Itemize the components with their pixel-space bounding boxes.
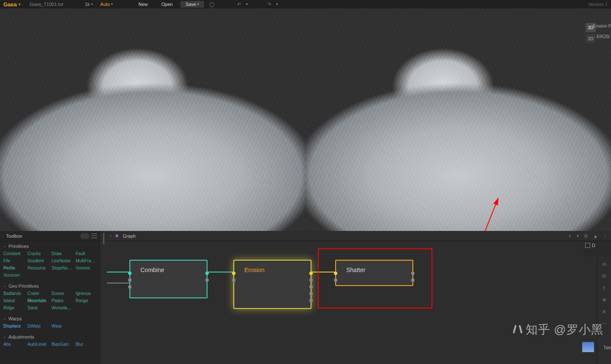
node-warp[interactable]: Warp [50,323,74,329]
node-voronoi-plus[interactable]: Voronoi+ [2,272,26,278]
brand-menu[interactable]: Gaea ▾ [3,1,20,8]
port-out[interactable] [309,299,313,302]
node-abs[interactable]: Abs [2,341,26,347]
resolution-selector[interactable]: 1k ▾ [82,1,95,8]
chevron-down-icon: ▾ [246,3,248,6]
top-toolbar: Gaea ▾ Gaea_T1001.tor 1k ▾ Auto ▾ New Op… [0,0,611,8]
port-in[interactable] [128,285,132,289]
redo-icon[interactable]: ⟳ [602,273,606,279]
redo-button[interactable]: ↷ [264,1,275,8]
target-icon[interactable]: ◎ [584,233,588,239]
node-slopenoise[interactable]: SlopeNoise [50,265,74,271]
chevron-left-icon[interactable]: ‹ [3,234,3,237]
filename-label: Gaea_T1001.tor [30,2,64,7]
chevron-down-icon: ▾ [19,3,20,6]
chevron-left-icon[interactable]: ‹ [110,234,111,237]
node-dunes[interactable]: Dunes [50,290,74,297]
node-dwarp[interactable]: DWarp [26,323,50,329]
viewport-right[interactable] [306,8,611,231]
node-worselands[interactable]: Worselands [50,305,74,311]
node-sand[interactable]: Sand [26,305,50,311]
section-geo-primitives[interactable]: ⌄ Geo Primitives [0,281,100,290]
toolbox-toggle[interactable] [80,233,90,239]
graph-canvas[interactable]: Combine Erosion Shatter [107,241,597,364]
node-island[interactable]: Island [2,297,26,304]
node-autolevel[interactable]: AutoLevel [26,341,50,347]
more-icon[interactable]: ⋯ [602,321,607,327]
inspector-section-header[interactable]: ⌄ EROSI [593,34,610,39]
port-out[interactable] [411,278,415,282]
port-in[interactable] [232,278,235,282]
node-ridge[interactable]: Ridge [2,305,26,311]
node-cracks[interactable]: Cracks [26,250,50,257]
settings-icon[interactable]: ◯ [206,1,218,8]
port-out[interactable] [309,292,313,295]
new-button[interactable]: New [132,1,154,8]
toolbox-panel: ‹ Toolbox ⌄ Primitives Constant Cracks D… [0,231,100,364]
port-out[interactable] [309,272,313,275]
node-resource[interactable]: Resource [26,265,50,271]
node-fault[interactable]: Fault [74,250,98,257]
section-warps[interactable]: ⌄ Warps [0,314,100,323]
port-in[interactable] [334,272,337,275]
menu-icon[interactable]: ⋮ [603,233,608,239]
open-button[interactable]: Open [155,1,179,8]
inspector-title: Erosion Pr [593,24,610,28]
add-node-icon[interactable]: ＋ [567,233,572,239]
node-biasgain[interactable]: BiasGain [50,341,74,347]
wire [107,283,130,283]
node-draw[interactable]: Draw [50,250,74,257]
checkbox-option-2[interactable] [585,243,590,248]
gear-icon[interactable]: ✲ [602,297,606,303]
port-in[interactable] [128,272,132,275]
node-linenoise[interactable]: LineNoise [50,258,74,264]
chevron-down-icon: ⌄ [3,317,6,320]
graph-panel: ‹ Graph ＋ ▾ ◎ ▲ ⋮ Combine [100,231,611,364]
save-button[interactable]: Save ▾ [180,1,204,8]
list-view-icon[interactable] [91,233,97,239]
export-icon[interactable]: ⇪ [602,285,606,291]
brand-label: Gaea [3,1,17,8]
graph-node-erosion[interactable]: Erosion [233,260,311,309]
node-voronoi[interactable]: Voronoi [74,265,98,271]
node-displace[interactable]: Displace [2,323,26,329]
port-in[interactable] [128,278,132,282]
port-in[interactable] [334,278,337,282]
prop-label: D [592,243,595,248]
trash-icon[interactable]: ✕ [602,309,606,315]
node-mountain[interactable]: Mountain [26,297,50,304]
port-out[interactable] [411,272,415,275]
node-badlands[interactable]: Badlands [2,290,26,297]
terrain-preview-left [0,8,306,231]
graph-gutter[interactable] [100,231,107,364]
refresh-icon[interactable]: ⟲ [602,261,606,267]
node-multifractal[interactable]: MultiFractal [74,258,98,264]
node-plates[interactable]: Plates [50,297,74,304]
port-out[interactable] [205,278,209,282]
node-file[interactable]: File [2,258,26,264]
auto-toggle[interactable]: Auto ▾ [97,1,117,8]
node-crater[interactable]: Crater [26,290,50,297]
node-perlin[interactable]: Perlin [2,265,26,271]
chevron-down-icon: ⌄ [3,335,6,339]
undo-button[interactable]: ↶ [234,1,244,8]
node-constant[interactable]: Constant [2,250,26,257]
node-range[interactable]: Range [74,297,98,304]
flame-icon[interactable]: ▲ [593,233,598,239]
chevron-down-icon: ⌄ [3,284,6,288]
port-out[interactable] [309,278,313,282]
chevron-down-icon: ▾ [91,3,93,6]
viewport-left[interactable] [0,8,306,231]
node-gradient[interactable]: Gradient [26,258,50,264]
section-adjustments[interactable]: ⌄ Adjustments [0,332,100,341]
preset-thumbnail[interactable] [582,342,594,352]
port-in[interactable] [232,272,235,275]
chevron-down-icon: ▾ [577,234,579,238]
port-out[interactable] [205,272,209,275]
section-primitives[interactable]: ⌄ Primitives [0,241,100,250]
port-out[interactable] [309,285,313,289]
node-igneous[interactable]: Igneous [74,290,98,297]
graph-node-shatter[interactable]: Shatter [335,260,413,286]
graph-node-combine[interactable]: Combine [129,260,207,298]
node-blur[interactable]: Blur [74,341,98,347]
